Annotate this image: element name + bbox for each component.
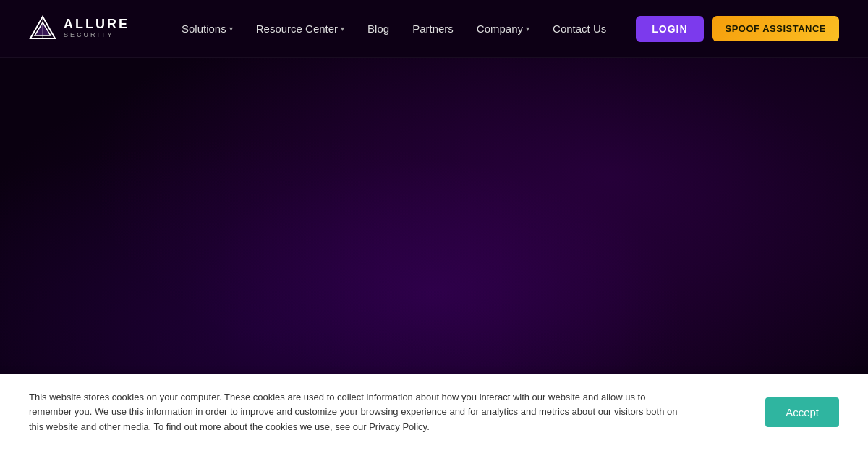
chevron-down-icon: ▾ [229, 25, 233, 33]
login-button[interactable]: LOGIN [636, 16, 703, 42]
accept-button[interactable]: Accept [765, 397, 839, 427]
nav-solutions[interactable]: Solutions ▾ [173, 17, 242, 41]
navbar: ALLURE SECURITY Solutions ▾ Resource Cen… [0, 0, 868, 58]
logo-text: ALLURE SECURITY [64, 17, 129, 40]
cookie-text: This website stores cookies on your comp… [29, 390, 680, 435]
logo-allure: ALLURE [64, 17, 129, 30]
nav-blog[interactable]: Blog [359, 17, 398, 41]
logo-icon [29, 15, 56, 43]
nav-contact-us[interactable]: Contact Us [544, 17, 615, 41]
nav-actions: LOGIN SPOOF ASSISTANCE [636, 16, 839, 42]
logo-security: SECURITY [64, 30, 129, 40]
cookie-banner: This website stores cookies on your comp… [0, 374, 868, 451]
chevron-down-icon: ▾ [526, 25, 529, 33]
nav-links: Solutions ▾ Resource Center ▾ Blog Partn… [173, 17, 636, 41]
chevron-down-icon: ▾ [341, 25, 344, 33]
nav-resource-center[interactable]: Resource Center ▾ [247, 17, 353, 41]
logo[interactable]: ALLURE SECURITY [29, 15, 129, 43]
nav-partners[interactable]: Partners [404, 17, 462, 41]
nav-company[interactable]: Company ▾ [468, 17, 538, 41]
spoof-assistance-button[interactable]: SPOOF ASSISTANCE [712, 16, 839, 41]
